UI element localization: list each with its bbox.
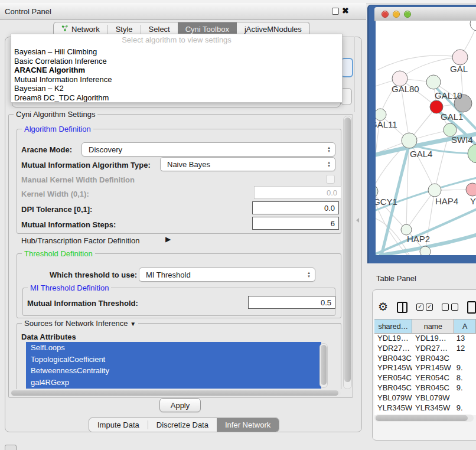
manual-kernel-label: Manual Kernel Width Definition [21,175,135,184]
aracne-mode-label: Aracne Mode: [21,145,72,154]
close-traffic-light-icon[interactable] [382,11,389,18]
scrollbar-thumb[interactable] [321,345,327,385]
table-horizontal-scrollbar[interactable] [374,415,474,422]
algorithm-dropdown-popup: Select algorithm to view settings Bayesi… [11,34,343,103]
network-node-gal11[interactable] [376,109,386,120]
mi-type-value: Naive Bayes [161,160,324,169]
table-row[interactable]: YDL19…YDL19…13 [374,334,476,344]
cyni-group-title: Cyni Algorithm Settings [14,110,97,119]
attribute-item-betweennesscentrality[interactable]: BetweennessCentrality [26,365,321,377]
table-row[interactable]: YBR043CYBR043C [374,354,476,364]
attribute-item-selfloops[interactable]: SelfLoops [26,342,321,354]
dropdown-item-bayesian-k2[interactable]: Bayesian – K2 [11,84,342,93]
network-node-hap4[interactable] [428,184,441,197]
gear-icon[interactable]: ⚙ [378,301,388,313]
settings-horizontal-scrollbar[interactable] [10,390,341,396]
attribute-item-topologicalcoefficient[interactable]: TopologicalCoefficient [26,354,321,366]
table-cell: YPR145W [412,363,454,373]
column-header-shared[interactable]: shared… [374,319,412,333]
splitter-collapse-icon[interactable] [356,218,359,223]
scrollbar-thumb[interactable] [344,118,351,382]
mi-steps-field[interactable]: 6 [252,217,339,230]
node-label: HAP2 [407,234,430,244]
manual-kernel-checkbox[interactable] [326,175,335,184]
node-label: Y [470,196,476,206]
network-canvas[interactable]: GALGAL80GAL10GAL1GAL11SWI4GAL4GCY1HAP4YH… [376,21,476,255]
algorithm-definition-title: Algorithm Definition [22,125,93,133]
column-header-name[interactable]: name [412,319,454,333]
table-cell: 8. [454,373,476,383]
dropdown-item-dream8-dc-tdc-algorithm[interactable]: Dream8 DC_TDC Algorithm [11,93,342,103]
network-window-titlebar[interactable] [374,7,476,21]
table-cell: YER054C [374,373,412,383]
tab-label: Impute Data [97,420,139,429]
attributes-scrollbar[interactable] [319,343,328,388]
network-node-gal[interactable] [452,50,468,65]
dpi-tolerance-field[interactable]: 0.0 [252,201,339,214]
network-node-y[interactable] [466,183,476,196]
tab-impute-data[interactable]: Impute Data [89,418,148,432]
node-label: GAL [450,64,468,74]
table-row[interactable]: YBR045CYBR045C9. [374,383,476,393]
network-node-gal10[interactable] [426,75,441,89]
tab-label: Discretize Data [157,420,208,429]
table-cell: YDR27… [374,344,412,354]
tab-label: Cyni Toolbox [185,25,229,34]
table-row[interactable]: YBL079WYBL079W [374,393,476,403]
panel-edge-line [354,37,355,112]
network-edge[interactable] [406,190,435,230]
zoom-traffic-light-icon[interactable] [404,11,411,18]
table-cell: YLR345W [374,403,412,413]
close-icon[interactable]: ✖ [342,6,349,15]
collapsed-panel-icon[interactable] [5,445,17,450]
stepper-icon[interactable]: ▴▾ [304,269,314,280]
mi-threshold-label: Mutual Information Threshold: [27,299,138,308]
mi-type-select[interactable]: Naive Bayes ▴▾ [160,157,335,171]
table-cell [454,354,476,364]
scrollbar-thumb[interactable] [11,390,338,396]
dropdown-item-aracne-algorithm[interactable]: ARACNE Algorithm [11,66,342,75]
float-window-icon[interactable] [332,8,339,15]
stepper-icon[interactable]: ▴▾ [324,144,334,155]
sources-title: Sources for Network Inference ▼ [22,319,138,328]
table-row[interactable]: YLR345WYLR345W9. [374,403,476,413]
node-label: GAL11 [376,119,397,129]
which-threshold-select[interactable]: MI Threshold ▴▾ [139,268,315,282]
dropdown-item-basic-correlation-inference[interactable]: Basic Correlation Inference [11,57,342,66]
collapse-down-icon[interactable]: ▼ [130,321,136,327]
data-attributes-list[interactable]: SelfLoopsTopologicalCoefficientBetweenne… [26,342,321,389]
minimize-traffic-light-icon[interactable] [393,11,400,18]
table-row[interactable]: YDR27…YDR27…12 [374,344,476,354]
network-node[interactable] [420,246,431,255]
table-cell: 9. [454,403,476,413]
network-node[interactable] [470,21,476,31]
network-node-gal4[interactable] [402,133,417,148]
attribute-item-gal4rgexp[interactable]: gal4RGexp [26,377,321,389]
apply-button[interactable]: Apply [159,398,201,412]
expander-right-icon[interactable]: ▶ [165,235,171,243]
network-node[interactable] [468,144,476,163]
mi-steps-label: Mutual Information Steps: [21,220,116,229]
mi-threshold-field[interactable]: 0.5 [248,296,335,309]
split-panel-icon[interactable] [397,302,407,313]
settings-vertical-scrollbar[interactable] [343,116,352,389]
table-cell: YDR27… [412,344,454,354]
hub-definition-label: Hub/Transcription Factor Definition [21,236,139,245]
checked-columns-icon[interactable]: ✓✓ [416,304,433,311]
stepper-icon[interactable]: ▴▾ [324,159,334,169]
network-node-gcy1[interactable] [376,185,378,198]
tab-infer-network[interactable]: Infer Network [217,418,279,432]
dropdown-item-mutual-information-inference[interactable]: Mutual Information Inference [11,75,342,84]
document-icon[interactable] [467,301,476,314]
column-header-a[interactable]: A [454,319,476,333]
tab-discretize-data[interactable]: Discretize Data [148,418,217,432]
tab-label: jActiveMNodules [244,25,302,34]
scrollbar-thumb[interactable] [376,415,468,421]
table-row[interactable]: YPR145WYPR145W9. [374,363,476,373]
aracne-mode-select[interactable]: Discovery ▴▾ [81,142,335,156]
table-cell: 12 [454,344,476,354]
dropdown-item-bayesian-hill-climbing[interactable]: Bayesian – Hill Climbing [11,47,342,57]
table-row[interactable]: YER054CYER054C8. [374,373,476,383]
unchecked-columns-icon[interactable] [442,304,458,311]
kernel-width-field[interactable]: 0.0 [254,186,341,199]
